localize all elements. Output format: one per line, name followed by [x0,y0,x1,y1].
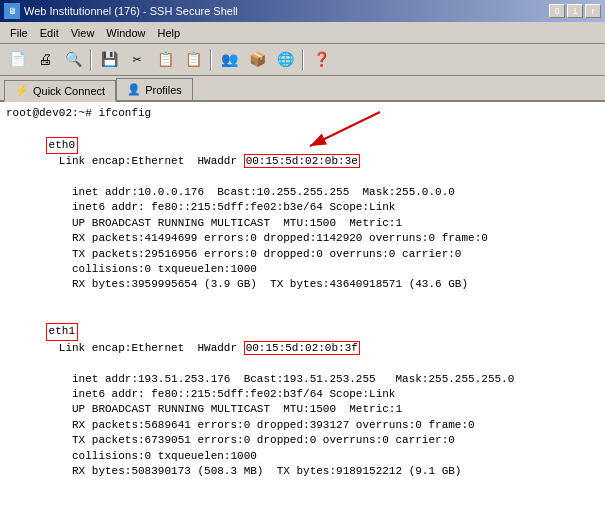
close-button[interactable]: r [585,4,601,18]
terminal-blank-1 [6,293,599,308]
eth0-text: Link encap:Ethernet HWaddr [46,155,244,167]
toolbar-separator-3 [302,49,304,71]
eth0-mac: 00:15:5d:02:0b:3e [244,154,360,168]
toolbar-separator-1 [90,49,92,71]
toolbar-web-button[interactable]: 🌐 [272,47,298,73]
terminal-line-eth0: eth0 Link encap:Ethernet HWaddr 00:15:5d… [6,121,599,185]
menu-edit[interactable]: Edit [34,25,65,41]
terminal-line-3: inet6 addr: fe80::215:5dff:fe02:b3e/64 S… [6,200,599,215]
terminal-line-6: TX packets:29516956 errors:0 dropped:0 o… [6,247,599,262]
toolbar-cut-button[interactable]: ✂ [124,47,150,73]
menu-view[interactable]: View [65,25,101,41]
terminal-line-4: UP BROADCAST RUNNING MULTICAST MTU:1500 … [6,216,599,231]
terminal-line-5: RX packets:41494699 errors:0 dropped:114… [6,231,599,246]
quick-connect-icon: ⚡ [15,84,29,97]
terminal-line-12: UP BROADCAST RUNNING MULTICAST MTU:1500 … [6,402,599,417]
toolbar-help-button[interactable]: ❓ [308,47,334,73]
terminal-line-eth1: eth1 Link encap:Ethernet HWaddr 00:15:5d… [6,308,599,372]
toolbar: 📄 🖨 🔍 💾 ✂ 📋 📋 👥 📦 🌐 ❓ [0,44,605,76]
tab-bar: ⚡ Quick Connect 👤 Profiles [0,76,605,102]
terminal-line-14: TX packets:6739051 errors:0 dropped:0 ov… [6,433,599,448]
window-title: Web Institutionnel (176) - SSH Secure Sh… [24,5,238,17]
app-icon: 🖥 [4,3,20,19]
eth1-text: Link encap:Ethernet HWaddr [46,342,244,354]
profiles-icon: 👤 [127,83,141,96]
terminal-line-10: inet addr:193.51.253.176 Bcast:193.51.25… [6,372,599,387]
menu-bar: File Edit View Window Help [0,22,605,44]
tab-profiles-label: Profiles [145,84,182,96]
terminal[interactable]: root@dev02:~# ifconfig eth0 Link encap:E… [0,102,605,508]
terminal-blank-2 [6,479,599,494]
terminal-line-13: RX packets:5689641 errors:0 dropped:3931… [6,418,599,433]
menu-file[interactable]: File [4,25,34,41]
terminal-line-7: collisions:0 txqueuelen:1000 [6,262,599,277]
title-bar-left: 🖥 Web Institutionnel (176) - SSH Secure … [4,3,238,19]
terminal-line-8: RX bytes:3959995654 (3.9 GB) TX bytes:43… [6,277,599,292]
eth1-label: eth1 [46,323,78,340]
terminal-line-11: inet6 addr: fe80::215:5dff:fe02:b3f/64 S… [6,387,599,402]
maximize-button[interactable]: 1 [567,4,583,18]
toolbar-save-button[interactable]: 💾 [96,47,122,73]
toolbar-users-button[interactable]: 👥 [216,47,242,73]
eth1-mac: 00:15:5d:02:0b:3f [244,341,360,355]
terminal-blank-3 [6,495,599,508]
title-bar: 🖥 Web Institutionnel (176) - SSH Secure … [0,0,605,22]
toolbar-search-button[interactable]: 🔍 [60,47,86,73]
toolbar-separator-2 [210,49,212,71]
tab-quick-connect[interactable]: ⚡ Quick Connect [4,80,116,102]
terminal-line-16: RX bytes:508390173 (508.3 MB) TX bytes:9… [6,464,599,479]
toolbar-package-button[interactable]: 📦 [244,47,270,73]
toolbar-print-button[interactable]: 🖨 [32,47,58,73]
title-bar-buttons[interactable]: 0 1 r [549,4,601,18]
menu-help[interactable]: Help [151,25,186,41]
minimize-button[interactable]: 0 [549,4,565,18]
menu-window[interactable]: Window [100,25,151,41]
toolbar-copy-button[interactable]: 📋 [152,47,178,73]
terminal-line-15: collisions:0 txqueuelen:1000 [6,449,599,464]
tab-quick-connect-label: Quick Connect [33,85,105,97]
terminal-line-2: inet addr:10.0.0.176 Bcast:10.255.255.25… [6,185,599,200]
toolbar-paste-button[interactable]: 📋 [180,47,206,73]
terminal-container: root@dev02:~# ifconfig eth0 Link encap:E… [0,102,605,508]
tab-profiles[interactable]: 👤 Profiles [116,78,193,100]
eth0-label: eth0 [46,137,78,154]
toolbar-new-button[interactable]: 📄 [4,47,30,73]
terminal-prompt: root@dev02:~# ifconfig [6,106,599,121]
